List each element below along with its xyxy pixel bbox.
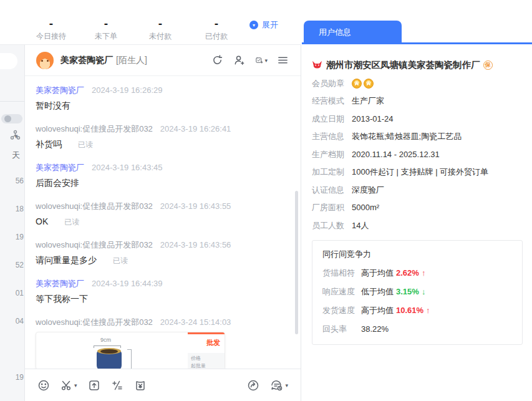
list-item-time[interactable]: 19 (7, 373, 24, 382)
comp-row-repeat-rate: 回头率 38.22% (322, 324, 512, 335)
contact-avatar[interactable] (36, 52, 54, 69)
search-input[interactable] (0, 53, 17, 69)
list-item-time[interactable]: 56 (7, 176, 24, 185)
tab-user-info[interactable]: 用户信息 (304, 21, 402, 44)
member-medal-icon: A (352, 79, 362, 89)
info-row-production-schedule: 生产档期 2020.11.14 - 2025.12.31 (312, 149, 522, 160)
peer-competitiveness-box: 同行间竞争力 货描相符 高于均值 2.62% ↑ 响应速度 低于均值 3.15%… (312, 240, 523, 345)
message-sender[interactable]: 美家荟陶瓷厂 (36, 163, 84, 172)
info-row-customization: 加工定制 1000件起订 | 支持贴牌 | 可接外贸订单 (312, 167, 522, 178)
product-size-label: 9cm (100, 337, 111, 343)
message: 美家荟陶瓷厂2024-3-19 16:43:45 后面会安排 (36, 162, 301, 189)
stat-value: - (29, 19, 73, 29)
quick-phrase-icon[interactable] (111, 379, 123, 392)
list-item-time[interactable]: 19 (7, 233, 24, 241)
comp-row-shipping-speed: 发货速度 高于均值 10.61% ↑ (322, 305, 512, 316)
message: woloveshuqi:促佳搜品开发部0322024-3-19 16:43:56… (36, 239, 301, 266)
message: 美家荟陶瓷厂2024-3-19 16:26:29 暂时没有 (36, 85, 301, 112)
file-upload-icon[interactable] (88, 379, 100, 392)
info-row-certification: 认证信息 深度验厂 (312, 185, 522, 196)
message: 美家荟陶瓷厂2024-3-19 16:44:39 等下我称一下 (36, 278, 301, 305)
conversation-list-cropped: ▾ 天 56 18 19 52 01 04 19 (0, 45, 25, 401)
info-row-factory-area: 厂房面积 5000m² (312, 202, 522, 213)
chat-toolbar: ▾ ▾ (25, 369, 301, 401)
message-time: 2024-3-19 16:26:41 (160, 124, 231, 133)
message-sender[interactable]: woloveshuqi:促佳搜品开发部032 (36, 240, 153, 249)
card-accent-bar (188, 332, 225, 334)
chat-scrollbar[interactable] (295, 191, 298, 334)
menu-icon[interactable] (277, 54, 289, 67)
message-time: 2024-3-24 15:14:03 (160, 317, 231, 327)
info-row-main-products: 主营信息 装饰花瓶;蜡烛器皿;陶瓷工艺品 (312, 131, 522, 142)
list-item-time[interactable]: 52 (7, 261, 24, 269)
read-status: 已读 (78, 140, 93, 149)
list-item-time[interactable]: 04 (7, 317, 24, 326)
refresh-history-icon[interactable] (211, 54, 224, 67)
stat-label: 未下单 (84, 31, 128, 42)
message-sender[interactable]: 美家荟陶瓷厂 (36, 85, 84, 95)
company-name[interactable]: 潮州市潮安区凤塘镇美家荟陶瓷制作厂 (326, 59, 480, 71)
user-info-panel: 用户信息 潮州市潮安区凤塘镇美家荟陶瓷制作厂 保 会员勋章 A A 经营模式 生… (302, 0, 532, 401)
product-card[interactable]: 9cm 批发 价格 起批量 (36, 332, 225, 369)
message-sender[interactable]: woloveshuqi:促佳搜品开发部032 (36, 201, 153, 211)
moq-field-label: 起批量 (191, 362, 225, 369)
product-image (97, 350, 122, 369)
comp-row-description-match: 货描相符 高于均值 2.62% ↑ (322, 268, 512, 279)
message-text: 后面会安排 (36, 178, 301, 189)
stat-unpaid: - 未付款 (138, 19, 182, 42)
message-time: 2024-3-19 16:43:56 (160, 240, 231, 249)
message: woloveshuqi:促佳搜品开发部0322024-3-19 16:26:41… (36, 123, 301, 150)
filter-caret-icon[interactable]: ▾ (14, 132, 18, 140)
stat-value: - (138, 19, 182, 29)
wangwang-bull-icon (312, 60, 322, 70)
chat-contact-tag: [陌生人] (116, 55, 147, 66)
message-time: 2024-3-19 16:44:39 (92, 279, 162, 288)
message-sender[interactable]: woloveshuqi:促佳搜品开发部032 (36, 124, 153, 133)
message: woloveshuqi:促佳搜品开发部0322024-3-19 16:43:55… (36, 201, 301, 228)
toggle-switch[interactable] (1, 114, 22, 123)
stat-paid: - 已付款 (195, 19, 238, 42)
price-field-label: 价格 (191, 355, 225, 362)
chat-history-icon[interactable]: ▾ (270, 379, 288, 392)
info-row-founded-date: 成立日期 2013-01-24 (312, 114, 522, 125)
message-text: OK (36, 216, 48, 226)
day-label-fragment: 天 (12, 150, 20, 161)
screenshot-scissors-icon[interactable]: ▾ (60, 379, 77, 392)
chat-contact-name: 美家荟陶瓷厂 (60, 55, 113, 66)
member-medal-icon: A (364, 79, 374, 89)
add-task-icon[interactable]: ▾ (255, 54, 268, 67)
down-arrow-icon: ↓ (422, 287, 426, 296)
list-item-time[interactable]: 01 (7, 289, 24, 297)
measurement-bracket (127, 349, 132, 369)
expand-label: 展开 (262, 19, 278, 31)
stat-value: - (195, 19, 238, 29)
up-arrow-icon: ↑ (422, 268, 426, 278)
expand-caret-icon: ▾ (249, 21, 258, 29)
message: woloveshuqi:促佳搜品开发部0322024-3-24 15:14:03… (36, 317, 301, 369)
stat-label: 今日接待 (29, 31, 73, 42)
reception-stats-bar: - 今日接待 - 未下单 - 未付款 - 已付款 ▾ 展开 (0, 0, 301, 45)
stat-label: 已付款 (195, 31, 238, 42)
message-time: 2024-3-19 16:43:45 (92, 163, 162, 172)
chat-header: 美家荟陶瓷厂 [陌生人] ▾ (25, 45, 301, 76)
add-contact-icon[interactable] (233, 54, 246, 67)
list-item-time[interactable]: 18 (7, 205, 24, 213)
read-status: 已读 (64, 218, 79, 226)
payment-icon[interactable] (134, 379, 147, 392)
stat-no-order: - 未下单 (84, 19, 128, 42)
forward-icon[interactable] (247, 379, 259, 392)
expand-button[interactable]: ▾ 展开 (249, 19, 278, 31)
message-time: 2024-3-19 16:26:29 (92, 85, 162, 95)
guarantee-badge-icon: 保 (483, 60, 493, 70)
message-sender[interactable]: 美家荟陶瓷厂 (36, 279, 84, 288)
info-row-employee-count: 员工人数 14人 (312, 220, 522, 231)
stat-label: 未付款 (138, 31, 182, 42)
info-row-business-model: 经营模式 生产厂家 (312, 95, 522, 107)
message-sender[interactable]: woloveshuqi:促佳搜品开发部032 (36, 317, 153, 327)
message-text: 等下我称一下 (36, 294, 301, 305)
wholesale-tab-label: 批发 (206, 338, 220, 347)
message-time: 2024-3-19 16:43:55 (160, 201, 231, 211)
info-row-medals: 会员勋章 A A (312, 78, 522, 89)
emoji-icon[interactable] (37, 379, 50, 392)
message-text: 暂时没有 (36, 100, 301, 112)
